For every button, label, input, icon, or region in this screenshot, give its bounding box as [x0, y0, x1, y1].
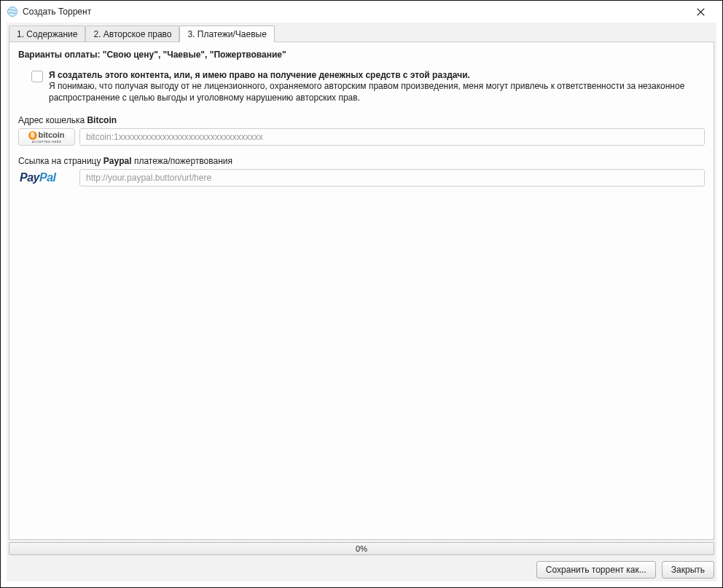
creator-checkbox[interactable]	[31, 71, 43, 82]
tab-strip: 1. Содержание 2. Авторское право 3. Плат…	[7, 23, 716, 42]
client-area: 1. Содержание 2. Авторское право 3. Плат…	[7, 23, 716, 581]
progress-text: 0%	[356, 544, 367, 553]
paypal-label-suffix: платежа/пожертвования	[132, 156, 232, 166]
creator-acknowledgement: Я создатель этого контента, или, я имею …	[31, 70, 705, 103]
button-row: Сохранить торрент как... Закрыть	[7, 560, 716, 581]
save-as-button[interactable]: Сохранить торрент как...	[536, 561, 656, 579]
paypal-label-prefix: Ссылка на страницу	[18, 156, 103, 166]
tab-content[interactable]: 1. Содержание	[9, 26, 85, 42]
progress-bar: 0%	[9, 542, 714, 555]
bitcoin-label-bold: Bitcoin	[87, 115, 117, 125]
paypal-label-bold: Paypal	[103, 156, 132, 166]
app-icon	[7, 6, 18, 17]
bitcoin-logo-sub: ACCEPTED HERE	[32, 141, 62, 144]
bitcoin-badge: ฿bitcoin ACCEPTED HERE	[18, 128, 75, 146]
section-title: Варианты оплаты: "Свою цену", "Чаевые", …	[18, 50, 705, 60]
bitcoin-logo-icon: ฿bitcoin ACCEPTED HERE	[28, 131, 64, 144]
bitcoin-logo-text: bitcoin	[38, 131, 64, 139]
svg-point-0	[8, 7, 17, 17]
paypal-logo-icon: PayPal	[20, 171, 55, 184]
paypal-logo-p1: Pay	[20, 171, 39, 184]
creator-text: Я создатель этого контента, или, я имею …	[49, 70, 705, 103]
close-button[interactable]: Закрыть	[662, 561, 714, 579]
bitcoin-row: ฿bitcoin ACCEPTED HERE	[18, 128, 705, 146]
bitcoin-label-prefix: Адрес кошелька	[18, 115, 87, 125]
bitcoin-address-input[interactable]	[79, 128, 705, 146]
tab-payments[interactable]: 3. Платежи/Чаевые	[179, 26, 274, 42]
paypal-logo-p2: Pal	[39, 171, 56, 184]
paypal-badge: PayPal	[18, 169, 75, 187]
tab-page: Варианты оплаты: "Свою цену", "Чаевые", …	[9, 42, 714, 540]
paypal-url-input[interactable]	[79, 169, 705, 187]
creator-line1: Я создатель этого контента, или, я имею …	[49, 70, 705, 80]
window-title: Создать Торрент	[23, 7, 91, 17]
creator-line2: Я понимаю, что получая выгоду от не лице…	[49, 80, 705, 103]
close-icon	[697, 8, 705, 16]
paypal-label: Ссылка на страницу Paypal платежа/пожерт…	[18, 156, 705, 166]
title-bar: Создать Торрент	[1, 1, 722, 23]
bitcoin-label: Адрес кошелька Bitcoin	[18, 115, 705, 125]
paypal-row: PayPal	[18, 169, 705, 187]
tab-copyright[interactable]: 2. Авторское право	[85, 26, 179, 42]
window-close-button[interactable]	[686, 1, 715, 22]
